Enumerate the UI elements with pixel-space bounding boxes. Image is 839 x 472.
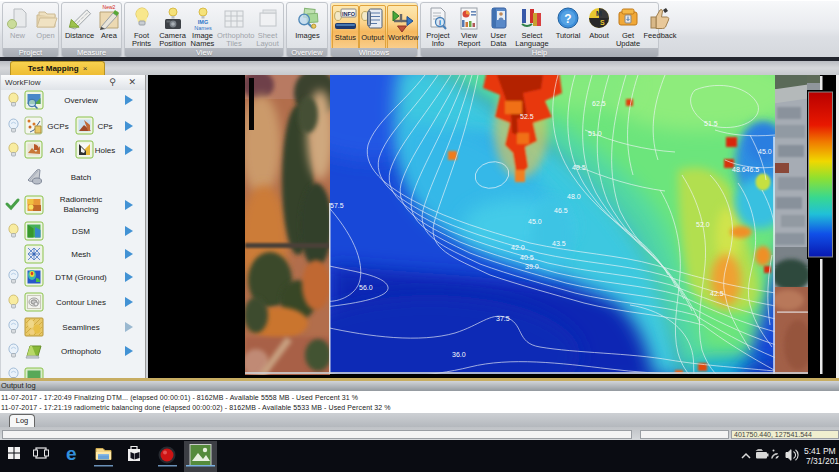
svg-text:Radiometric: Radiometric xyxy=(60,195,103,204)
svg-text:45.0: 45.0 xyxy=(528,218,542,225)
svg-text:Orthophoto: Orthophoto xyxy=(61,347,102,356)
svg-text:56.0: 56.0 xyxy=(359,284,373,291)
svg-text:i: i xyxy=(439,19,441,26)
svg-text:INFO: INFO xyxy=(342,11,356,17)
svg-text:?: ? xyxy=(564,12,571,26)
svg-text:7/31/2017: 7/31/2017 xyxy=(806,456,839,466)
svg-text:52.0: 52.0 xyxy=(696,221,710,228)
svg-text:43.5: 43.5 xyxy=(552,240,566,247)
svg-text:49.5: 49.5 xyxy=(572,164,586,171)
svg-text:57.5: 57.5 xyxy=(330,202,344,209)
svg-text:45.0: 45.0 xyxy=(758,148,772,155)
svg-text:51.0: 51.0 xyxy=(588,130,602,137)
svg-text:Batch: Batch xyxy=(71,173,91,182)
svg-text:39.0: 39.0 xyxy=(525,263,539,270)
svg-text:51.5: 51.5 xyxy=(704,120,718,127)
svg-text:Contour Lines: Contour Lines xyxy=(56,298,106,307)
svg-text:42.5: 42.5 xyxy=(710,290,724,297)
svg-text:36.0: 36.0 xyxy=(452,351,466,358)
svg-text:37.5: 37.5 xyxy=(496,315,510,322)
svg-text:52.5: 52.5 xyxy=(520,113,534,120)
svg-text:5:41 PM: 5:41 PM xyxy=(804,446,836,456)
svg-text:DSM: DSM xyxy=(72,227,90,236)
svg-text:Holes: Holes xyxy=(95,146,115,155)
svg-text:AOI: AOI xyxy=(50,146,64,155)
svg-text:GCPs: GCPs xyxy=(47,122,68,131)
svg-text:40.5: 40.5 xyxy=(520,254,534,261)
svg-text:Balancing: Balancing xyxy=(63,205,98,214)
svg-text:Overview: Overview xyxy=(64,96,98,105)
svg-text:Mesh: Mesh xyxy=(71,250,91,259)
svg-text:S: S xyxy=(600,19,605,26)
svg-text:48.0: 48.0 xyxy=(567,193,581,200)
svg-text:CPs: CPs xyxy=(97,122,112,131)
svg-text:62.5: 62.5 xyxy=(592,100,606,107)
svg-text:Seamlines: Seamlines xyxy=(62,323,99,332)
svg-text:DTM (Ground): DTM (Ground) xyxy=(55,273,107,282)
svg-text:46.5: 46.5 xyxy=(554,207,568,214)
svg-text:M: M xyxy=(596,10,602,17)
svg-text:48.646.5: 48.646.5 xyxy=(732,166,759,173)
svg-text:e: e xyxy=(66,443,77,464)
svg-text:42.0: 42.0 xyxy=(511,244,525,251)
